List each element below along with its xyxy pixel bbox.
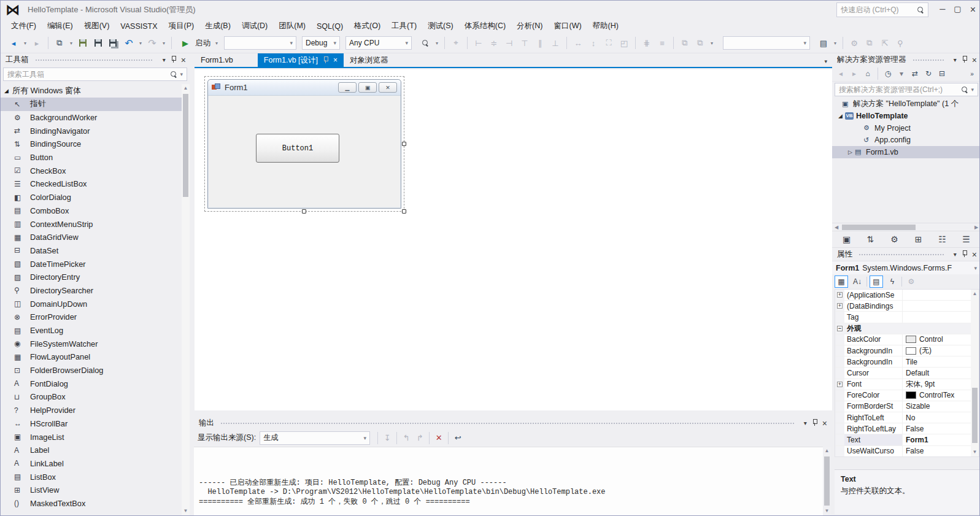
close-button[interactable]: × — [970, 4, 976, 15]
redo-button[interactable]: ↷ — [145, 36, 159, 50]
output-header[interactable]: 输出 ▾ × — [194, 417, 831, 429]
resize-handle-bottom-right[interactable] — [402, 209, 406, 214]
feedback-button[interactable]: ⚙ — [847, 36, 861, 50]
toolbox-item[interactable]: ◫ DomainUpDown — [1, 297, 182, 310]
property-row[interactable]: RightToLeftLay False — [835, 423, 971, 434]
tree-row[interactable]: ↺ App.config — [832, 134, 980, 147]
scroll-left-icon[interactable]: ◀ — [832, 223, 841, 231]
tab-list-dropdown[interactable]: ▾ — [824, 58, 832, 67]
property-row[interactable]: FormBorderSt Sizable — [835, 401, 971, 412]
toolbox-item[interactable]: ? HelpProvider — [1, 404, 182, 417]
solution-explorer-tab-icon[interactable]: ▣ — [840, 233, 854, 246]
property-value[interactable]: False — [903, 425, 971, 433]
se-pending-changes-button[interactable]: ◷ — [882, 67, 894, 80]
solution-explorer-close-icon[interactable]: × — [972, 56, 977, 64]
toolbox-item[interactable]: ▤ EventLog — [1, 324, 182, 337]
zoom-combobox[interactable]: ▾ — [723, 36, 810, 50]
send-to-back-button[interactable]: ⧉ — [693, 36, 707, 50]
menu-item[interactable]: 项目(P) — [163, 19, 200, 33]
solution-explorer-hscrollbar[interactable]: ◀ ▶ — [832, 223, 980, 231]
navigate-back-button[interactable]: ◂ — [7, 36, 20, 50]
toolbox-item[interactable]: ▥ ContextMenuStrip — [1, 217, 182, 231]
tab-form1-design[interactable]: Form1.vb [设计] × — [258, 53, 344, 67]
property-row[interactable]: RightToLeft No — [835, 412, 971, 423]
menu-item[interactable]: 团队(M) — [273, 19, 311, 33]
startup-project-combobox[interactable]: ▾ — [224, 36, 296, 50]
align-to-grid-button[interactable]: ⌖ — [449, 36, 463, 50]
tab-form1-code[interactable]: Form1.vb — [195, 53, 258, 67]
menu-item[interactable]: 调试(D) — [236, 19, 273, 33]
scrollbar-thumb[interactable] — [972, 388, 978, 443]
property-row[interactable]: + Font 宋体, 9pt — [835, 379, 971, 390]
make-same-size-button[interactable]: ⛶ — [602, 36, 615, 50]
property-row[interactable]: BackColor Control — [835, 334, 971, 345]
menu-item[interactable]: 视图(V) — [79, 19, 115, 33]
alphabetical-button[interactable]: A↓ — [851, 275, 864, 288]
output-scrollbar[interactable]: ▲ ▼ — [823, 447, 831, 515]
toolbox-item[interactable]: ▨ DirectoryEntry — [1, 271, 182, 284]
tree-row[interactable]: ◢ VB HelloTemplate — [832, 110, 980, 123]
toolbar-options-dropdown[interactable]: ▾ — [832, 36, 838, 50]
properties-header[interactable]: 属性 ▾ × — [832, 248, 980, 261]
scroll-up-icon[interactable]: ▲ — [182, 84, 190, 93]
property-value[interactable]: Tile — [903, 358, 971, 366]
toolbox-item[interactable]: ⊞ ListView — [1, 483, 182, 497]
menu-item[interactable]: 体系结构(C) — [459, 19, 511, 33]
toolbox-window-menu-icon[interactable]: ▾ — [163, 57, 166, 63]
tree-expander-icon[interactable]: ▷ — [848, 149, 855, 155]
events-button[interactable]: ϟ — [885, 275, 899, 288]
resize-handle-right[interactable] — [402, 142, 406, 146]
designed-button1[interactable]: Button1 — [256, 134, 339, 163]
toolbox-item[interactable]: () MaskedTextBox — [1, 497, 182, 510]
solution-explorer-window-menu-icon[interactable]: ▾ — [954, 57, 957, 63]
property-row[interactable]: BackgroundIn Tile — [835, 356, 971, 368]
menu-item[interactable]: SQL(Q) — [311, 20, 349, 33]
resize-handle-bottom[interactable] — [302, 209, 306, 214]
scroll-down-icon[interactable]: ▼ — [971, 448, 979, 456]
scroll-up-icon[interactable]: ▲ — [971, 290, 979, 298]
team-explorer-tab-icon[interactable]: ☷ — [936, 233, 949, 246]
property-row[interactable]: Cursor Default — [835, 368, 971, 379]
menu-item[interactable]: 帮助(H) — [587, 19, 624, 33]
clear-all-button[interactable]: ✕ — [432, 431, 446, 445]
resource-view-tab-icon[interactable]: ☰ — [960, 233, 973, 246]
property-row[interactable]: + (DataBindings — [835, 301, 971, 312]
menu-item[interactable]: 文件(F) — [6, 19, 42, 33]
toolbox-pin-icon[interactable] — [171, 56, 176, 64]
document-outline-button[interactable]: ▤ — [817, 36, 830, 50]
align-bottoms-button[interactable]: ⊥ — [549, 36, 562, 50]
toolbox-item[interactable]: A Label — [1, 444, 182, 457]
scroll-down-icon[interactable]: ▼ — [182, 507, 190, 515]
output-pin-icon[interactable] — [812, 419, 817, 427]
toolbox-item[interactable]: ⊔ GroupBox — [1, 390, 182, 404]
property-row[interactable]: BackgroundIn (无) — [835, 345, 971, 356]
expander-icon[interactable]: − — [837, 326, 843, 331]
tree-row[interactable]: ⚙ My Project — [832, 122, 980, 134]
minimize-button[interactable]: ─ — [939, 4, 945, 15]
properties-pin-icon[interactable] — [962, 250, 967, 258]
properties-object-combobox[interactable]: Form1 System.Windows.Forms.F ▾ — [832, 261, 980, 274]
property-value[interactable]: No — [903, 414, 971, 422]
toolbox-header[interactable]: 工具箱 ▾ × — [1, 53, 190, 66]
property-value[interactable]: Default — [903, 369, 971, 377]
property-row[interactable]: ForeColor ControlTex — [835, 390, 971, 401]
navigate-back-dropdown[interactable]: ▾ — [22, 36, 28, 50]
toolbox-item[interactable]: ⊗ ErrorProvider — [1, 310, 182, 324]
toolbox-item[interactable]: ☑ CheckBox — [1, 164, 182, 177]
tab-close-icon[interactable]: × — [333, 56, 338, 64]
output-window-menu-icon[interactable]: ▾ — [804, 420, 807, 426]
properties-scrollbar[interactable]: ▲ ▼ — [971, 290, 979, 456]
menu-item[interactable]: 窗口(W) — [548, 19, 587, 33]
extension-button-2[interactable]: ⇱ — [878, 36, 892, 50]
menu-item[interactable]: 测试(S) — [422, 19, 459, 33]
toolbox-item[interactable]: ⊡ FolderBrowserDialog — [1, 364, 182, 377]
tree-row[interactable]: ▣ 解决方案 "HelloTemplate" (1 个 — [832, 98, 980, 110]
categorized-button[interactable]: ▦ — [835, 275, 848, 288]
solution-configuration-combobox[interactable]: Debug ▾ — [302, 36, 340, 50]
property-value[interactable]: False — [903, 447, 971, 455]
property-value[interactable]: (无) — [903, 345, 971, 356]
menu-item[interactable]: 生成(B) — [199, 19, 236, 33]
open-file-button[interactable] — [76, 36, 90, 50]
toolbox-item[interactable]: ↖ 指针 — [1, 98, 182, 111]
toolbox-search-input[interactable]: 搜索工具箱 ▾ — [3, 67, 187, 81]
